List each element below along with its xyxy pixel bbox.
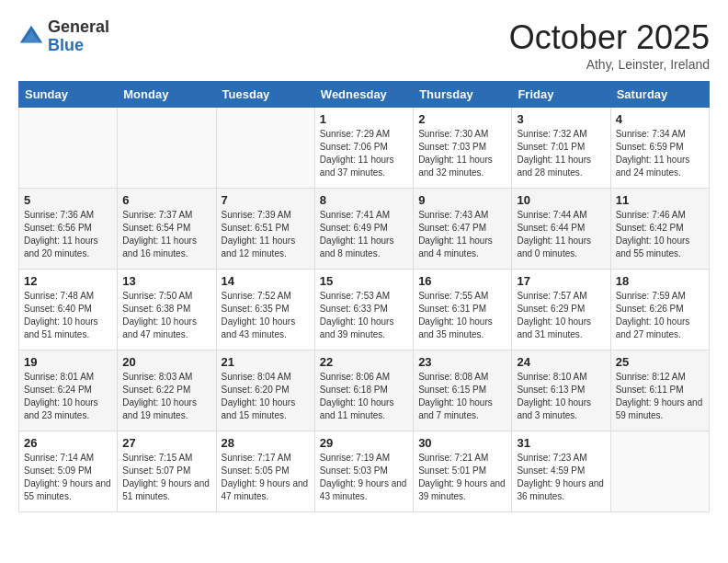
day-number: 25 — [616, 355, 704, 369]
daylight-text: Daylight: 9 hours and 47 minutes. — [222, 477, 310, 503]
table-row: 12Sunrise: 7:48 AMSunset: 6:40 PMDayligh… — [19, 270, 118, 350]
sunset-text: Sunset: 6:20 PM — [222, 384, 310, 396]
table-row: 28Sunrise: 7:17 AMSunset: 5:05 PMDayligh… — [216, 431, 314, 512]
day-info: Sunrise: 7:59 AMSunset: 6:26 PMDaylight:… — [616, 290, 704, 341]
day-info: Sunrise: 7:46 AMSunset: 6:42 PMDaylight:… — [616, 209, 704, 260]
day-number: 22 — [320, 355, 408, 369]
header-thursday: Thursday — [414, 82, 512, 108]
sunrise-text: Sunrise: 7:29 AM — [320, 128, 408, 141]
day-number: 10 — [517, 193, 605, 207]
sunrise-text: Sunrise: 7:15 AM — [122, 452, 210, 465]
sunset-text: Sunset: 7:03 PM — [418, 141, 506, 154]
sunset-text: Sunset: 6:54 PM — [122, 222, 210, 235]
daylight-text: Daylight: 10 hours and 35 minutes. — [418, 316, 506, 341]
daylight-text: Daylight: 11 hours and 16 minutes. — [122, 235, 210, 260]
table-row: 31Sunrise: 7:23 AMSunset: 4:59 PMDayligh… — [512, 431, 610, 512]
daylight-text: Daylight: 9 hours and 43 minutes. — [320, 477, 408, 503]
table-row: 9Sunrise: 7:43 AMSunset: 6:47 PMDaylight… — [414, 189, 512, 270]
table-row: 20Sunrise: 8:03 AMSunset: 6:22 PMDayligh… — [118, 350, 216, 431]
daylight-text: Daylight: 10 hours and 27 minutes. — [616, 316, 704, 341]
day-info: Sunrise: 7:17 AMSunset: 5:05 PMDaylight:… — [222, 452, 310, 503]
table-row: 26Sunrise: 7:14 AMSunset: 5:09 PMDayligh… — [19, 431, 118, 512]
sunset-text: Sunset: 7:06 PM — [320, 141, 408, 154]
day-number: 19 — [24, 355, 112, 369]
table-row: 7Sunrise: 7:39 AMSunset: 6:51 PMDaylight… — [216, 189, 314, 270]
sunrise-text: Sunrise: 8:04 AM — [222, 371, 310, 384]
page-container: General Blue October 2025 Athy, Leinster… — [0, 0, 728, 522]
table-row — [610, 431, 709, 512]
day-number: 4 — [616, 112, 704, 126]
day-number: 16 — [418, 274, 506, 288]
day-number: 12 — [24, 274, 112, 288]
sunset-text: Sunset: 6:59 PM — [616, 141, 704, 154]
day-info: Sunrise: 7:57 AMSunset: 6:29 PMDaylight:… — [517, 290, 605, 341]
sunrise-text: Sunrise: 7:34 AM — [616, 128, 704, 141]
table-row: 22Sunrise: 8:06 AMSunset: 6:18 PMDayligh… — [314, 350, 413, 431]
day-info: Sunrise: 7:32 AMSunset: 7:01 PMDaylight:… — [517, 128, 605, 179]
day-number: 20 — [122, 355, 210, 369]
daylight-text: Daylight: 9 hours and 36 minutes. — [517, 477, 605, 503]
day-info: Sunrise: 7:19 AMSunset: 5:03 PMDaylight:… — [320, 452, 408, 503]
sunset-text: Sunset: 6:24 PM — [24, 384, 112, 396]
day-info: Sunrise: 7:30 AMSunset: 7:03 PMDaylight:… — [418, 128, 506, 179]
logo-general-text: General — [48, 18, 109, 37]
daylight-text: Daylight: 11 hours and 24 minutes. — [616, 154, 704, 179]
sunset-text: Sunset: 5:07 PM — [122, 465, 210, 477]
daylight-text: Daylight: 11 hours and 12 minutes. — [222, 235, 310, 260]
day-number: 21 — [222, 355, 310, 369]
daylight-text: Daylight: 9 hours and 55 minutes. — [24, 477, 112, 503]
calendar-week-3: 12Sunrise: 7:48 AMSunset: 6:40 PMDayligh… — [19, 270, 710, 350]
day-number: 30 — [418, 436, 506, 450]
table-row: 2Sunrise: 7:30 AMSunset: 7:03 PMDaylight… — [414, 108, 512, 189]
day-number: 6 — [122, 193, 210, 207]
day-info: Sunrise: 8:08 AMSunset: 6:15 PMDaylight:… — [418, 371, 506, 422]
sunset-text: Sunset: 6:47 PM — [418, 222, 506, 235]
page-header: General Blue October 2025 Athy, Leinster… — [18, 18, 710, 72]
day-number: 17 — [517, 274, 605, 288]
sunrise-text: Sunrise: 7:41 AM — [320, 209, 408, 222]
day-number: 9 — [418, 193, 506, 207]
day-number: 1 — [320, 112, 408, 126]
sunrise-text: Sunrise: 7:46 AM — [616, 209, 704, 222]
logo-text: General Blue — [48, 18, 109, 55]
day-number: 28 — [222, 436, 310, 450]
day-number: 23 — [418, 355, 506, 369]
table-row: 4Sunrise: 7:34 AMSunset: 6:59 PMDaylight… — [610, 108, 709, 189]
daylight-text: Daylight: 11 hours and 28 minutes. — [517, 154, 605, 179]
sunset-text: Sunset: 6:31 PM — [418, 303, 506, 316]
sunset-text: Sunset: 6:33 PM — [320, 303, 408, 316]
day-info: Sunrise: 7:34 AMSunset: 6:59 PMDaylight:… — [616, 128, 704, 179]
day-number: 29 — [320, 436, 408, 450]
daylight-text: Daylight: 10 hours and 15 minutes. — [222, 396, 310, 422]
sunset-text: Sunset: 5:03 PM — [320, 465, 408, 477]
day-number: 24 — [517, 355, 605, 369]
day-number: 7 — [222, 193, 310, 207]
table-row: 21Sunrise: 8:04 AMSunset: 6:20 PMDayligh… — [216, 350, 314, 431]
sunrise-text: Sunrise: 8:10 AM — [517, 371, 605, 384]
table-row: 25Sunrise: 8:12 AMSunset: 6:11 PMDayligh… — [610, 350, 709, 431]
sunset-text: Sunset: 5:05 PM — [222, 465, 310, 477]
day-info: Sunrise: 8:01 AMSunset: 6:24 PMDaylight:… — [24, 371, 112, 422]
table-row: 18Sunrise: 7:59 AMSunset: 6:26 PMDayligh… — [610, 270, 709, 350]
table-row: 8Sunrise: 7:41 AMSunset: 6:49 PMDaylight… — [314, 189, 413, 270]
table-row: 6Sunrise: 7:37 AMSunset: 6:54 PMDaylight… — [118, 189, 216, 270]
logo-blue-text: Blue — [48, 37, 109, 55]
table-row: 14Sunrise: 7:52 AMSunset: 6:35 PMDayligh… — [216, 270, 314, 350]
table-row: 16Sunrise: 7:55 AMSunset: 6:31 PMDayligh… — [414, 270, 512, 350]
daylight-text: Daylight: 10 hours and 31 minutes. — [517, 316, 605, 341]
calendar-week-1: 1Sunrise: 7:29 AMSunset: 7:06 PMDaylight… — [19, 108, 710, 189]
sunrise-text: Sunrise: 7:39 AM — [222, 209, 310, 222]
daylight-text: Daylight: 10 hours and 39 minutes. — [320, 316, 408, 341]
day-number: 18 — [616, 274, 704, 288]
sunrise-text: Sunrise: 7:57 AM — [517, 290, 605, 303]
sunrise-text: Sunrise: 7:50 AM — [122, 290, 210, 303]
location-text: Athy, Leinster, Ireland — [509, 57, 710, 72]
day-info: Sunrise: 7:41 AMSunset: 6:49 PMDaylight:… — [320, 209, 408, 260]
daylight-text: Daylight: 9 hours and 59 minutes. — [616, 396, 704, 422]
sunset-text: Sunset: 6:26 PM — [616, 303, 704, 316]
table-row: 19Sunrise: 8:01 AMSunset: 6:24 PMDayligh… — [19, 350, 118, 431]
calendar-week-4: 19Sunrise: 8:01 AMSunset: 6:24 PMDayligh… — [19, 350, 710, 431]
sunset-text: Sunset: 6:18 PM — [320, 384, 408, 396]
header-wednesday: Wednesday — [314, 82, 413, 108]
table-row: 1Sunrise: 7:29 AMSunset: 7:06 PMDaylight… — [314, 108, 413, 189]
